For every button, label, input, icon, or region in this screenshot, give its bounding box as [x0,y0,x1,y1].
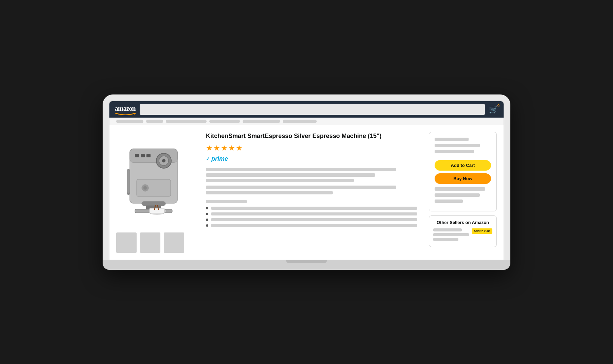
breadcrumb-pill-4 [209,120,240,123]
desc-line-5 [206,191,333,194]
breadcrumb-pill-6 [283,120,317,123]
search-bar[interactable] [140,104,485,115]
desc-line-3 [206,179,354,182]
bullet-item-4 [206,224,417,227]
logo-text: amazon [115,105,136,112]
breadcrumb-pill-3 [166,120,207,123]
seller-name-line [433,233,469,236]
desc-line-2 [206,173,375,177]
product-info-column: KitchenSmart SmartEspresso Silver Espres… [206,132,421,253]
extra-info-line-2 [435,193,480,197]
bullet-text-1 [211,207,417,210]
prime-badge: ✓ prime [206,155,417,162]
svg-point-5 [162,159,165,162]
thumbnail-row [116,232,198,253]
svg-rect-8 [146,154,151,157]
seller-add-to-cart-button[interactable]: Add to Cart [472,228,492,234]
cart-badge: 0 [497,104,500,108]
svg-rect-9 [127,169,130,193]
svg-rect-15 [150,208,164,213]
thumbnail-2[interactable] [140,232,160,253]
svg-rect-7 [141,154,145,157]
laptop-screen: amazon 🛒 0 [109,101,504,260]
product-title: KitchenSmart SmartEspresso Silver Espres… [206,132,417,140]
extra-info-line-3 [435,200,463,203]
stock-line [435,150,474,153]
svg-rect-11 [142,202,165,206]
amazon-logo[interactable]: amazon [115,105,136,114]
bullet-text-4 [211,224,417,227]
feature-section-title [206,200,247,203]
prime-label: prime [211,155,228,162]
desc-line-4 [206,186,396,189]
breadcrumb-pill-2 [146,120,163,123]
features-section [206,200,417,227]
other-sellers-title: Other Sellers on Amazon [433,220,492,225]
buy-box-card: Add to Cart Buy Now [429,132,497,211]
svg-point-20 [143,186,147,190]
svg-rect-6 [135,154,139,157]
seller-price-line [433,228,462,231]
extra-info-line-1 [435,187,485,191]
main-product-image [116,132,191,227]
bullet-item-2 [206,212,417,215]
seller-rating-line [433,238,458,241]
svg-point-10 [127,193,130,195]
bullet-text-3 [211,218,417,221]
star-rating: ★★★★★ [206,144,417,153]
buy-box-column: Add to Cart Buy Now Other Sellers on Ama… [429,132,497,253]
laptop-frame: amazon 🛒 0 [103,94,510,270]
seller-info [433,228,469,243]
other-sellers-card: Other Sellers on Amazon Add to Cart [429,215,497,247]
main-content: KitchenSmart SmartEspresso Silver Espres… [109,125,504,260]
bullet-item-1 [206,207,417,210]
buy-now-button[interactable]: Buy Now [435,173,491,184]
thumbnail-1[interactable] [116,232,137,253]
cart-icon[interactable]: 🛒 0 [489,105,498,114]
bullet-dot-1 [206,207,208,209]
thumbnail-3[interactable] [164,232,184,253]
price-line [435,138,469,141]
product-images-column [116,132,198,253]
breadcrumb-area [109,118,504,125]
amazon-header: amazon 🛒 0 [109,101,504,118]
seller-row-1: Add to Cart [433,228,492,243]
bullet-text-2 [211,212,417,215]
desc-line-1 [206,168,396,171]
add-to-cart-button[interactable]: Add to Cart [435,160,491,171]
laptop-base [103,260,510,270]
delivery-line [435,144,480,147]
prime-check: ✓ [206,156,210,161]
description-block-2 [206,186,417,194]
bullet-dot-3 [206,219,208,221]
bullet-item-3 [206,218,417,221]
bullet-dot-2 [206,213,208,215]
bullet-dot-4 [206,224,208,227]
breadcrumb-pill-1 [116,120,143,123]
espresso-machine-svg [120,135,188,224]
breadcrumb-pill-5 [243,120,280,123]
description-block-1 [206,168,417,182]
